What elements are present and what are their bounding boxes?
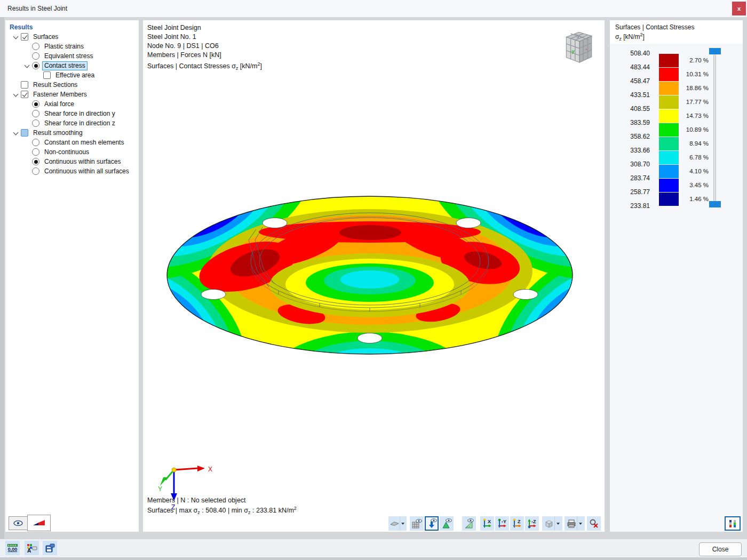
tree-row: Result smoothing: [5, 128, 139, 138]
dropdown-arrow-icon[interactable]: [400, 517, 406, 530]
scale-slider-handle-top[interactable]: [709, 48, 721, 54]
close-icon[interactable]: x: [732, 2, 746, 15]
legend-percent-label: 17.77 %: [679, 99, 709, 105]
tree-control[interactable]: [32, 158, 39, 165]
display-properties-button[interactable]: A: [25, 541, 39, 555]
tree-control[interactable]: [32, 62, 39, 69]
units-settings-button[interactable]: 0,00: [5, 541, 20, 555]
expander-icon[interactable]: [23, 100, 32, 108]
contour-plot: [143, 20, 605, 532]
tree-item-label[interactable]: Fastener Members: [31, 90, 89, 99]
tree-control[interactable]: [32, 119, 39, 127]
legend-percent-label: 6.78 %: [679, 154, 709, 161]
expander-icon[interactable]: [23, 52, 32, 60]
navigation-cube[interactable]: -y -z x: [561, 27, 596, 66]
tree-item-label[interactable]: Plastic strains: [42, 42, 86, 51]
expander-icon[interactable]: [23, 148, 32, 156]
tab-display[interactable]: [9, 516, 28, 530]
save-settings-button[interactable]: [43, 541, 57, 555]
close-button[interactable]: Close: [699, 542, 742, 556]
tree-row: Continuous within all surfaces: [5, 166, 139, 176]
expander-icon[interactable]: [23, 109, 32, 118]
tree-item-label[interactable]: Continuous within all surfaces: [42, 167, 131, 176]
viewport-header-line: Node No. 9 | DS1 | CO6: [147, 42, 262, 51]
dropdown-arrow-icon[interactable]: [554, 517, 561, 530]
deformation-visibility-button[interactable]: [440, 516, 454, 531]
tree-item-label[interactable]: Non-continuous: [42, 148, 91, 157]
tree-item-label[interactable]: Effective area: [53, 71, 97, 80]
expander-icon[interactable]: [12, 33, 21, 41]
tree-item-label[interactable]: Surfaces: [31, 33, 60, 42]
tree-item-label[interactable]: Shear force in direction z: [42, 119, 117, 128]
expander-icon[interactable]: [23, 167, 32, 175]
dialog-titlebar[interactable]: Results in Steel Joint: [0, 0, 747, 17]
tree-control[interactable]: [21, 129, 28, 137]
expander-icon[interactable]: [12, 81, 21, 89]
view-x-button[interactable]: X: [480, 516, 494, 531]
view-minus-z-button[interactable]: -Z: [525, 516, 539, 531]
legend-color-swatch: [659, 150, 679, 164]
view-minus-y-button[interactable]: -Y: [495, 516, 509, 531]
legend-color-scale: 2.70 % 10.31 % 18.86 % 17.77 % 14.73 %: [659, 53, 709, 206]
print-button[interactable]: [565, 516, 585, 531]
legend-color-swatch: [659, 67, 679, 81]
tree-control[interactable]: [21, 33, 28, 41]
tree-control[interactable]: [32, 52, 39, 60]
viewport-header-line: Steel Joint No. 1: [147, 33, 262, 42]
view-z-button[interactable]: Z: [510, 516, 524, 531]
tree-item-label[interactable]: Constant on mesh elements: [42, 138, 126, 147]
display-mode-button[interactable]: [388, 516, 407, 531]
scale-slider-handle-bottom[interactable]: [709, 201, 721, 207]
expander-icon[interactable]: [23, 61, 32, 70]
legend-value-label: 483.44: [610, 60, 650, 74]
legend-value-label: 433.51: [610, 88, 650, 102]
expander-icon[interactable]: [12, 129, 21, 137]
tree-control[interactable]: [32, 110, 39, 117]
color-scale-options-button[interactable]: [725, 516, 741, 531]
legend-percent-label: 10.31 %: [679, 71, 709, 77]
tree-item-label[interactable]: Contact stress: [42, 61, 88, 70]
dimensions-visibility-button[interactable]: [462, 516, 476, 531]
tree-item-label[interactable]: Shear force in direction y: [42, 109, 117, 118]
tree-item-label[interactable]: Result Sections: [31, 81, 80, 90]
tree-control[interactable]: [21, 81, 28, 89]
legend-color-swatch: [659, 123, 679, 137]
legend-color-swatch: [659, 164, 679, 178]
legend-color-swatch: [659, 81, 679, 95]
expander-icon[interactable]: [23, 157, 32, 166]
expander-icon[interactable]: [12, 90, 21, 99]
legend-value-label: 508.40: [610, 46, 650, 60]
tab-color-scale[interactable]: [27, 515, 51, 531]
tree-row: Plastic strains: [5, 42, 139, 51]
tree-control[interactable]: [32, 43, 39, 50]
tree-control[interactable]: [43, 71, 51, 79]
expander-icon[interactable]: [34, 71, 43, 79]
tree-control[interactable]: [32, 148, 39, 156]
tree-control[interactable]: [32, 100, 39, 108]
tree-item-label[interactable]: Axial force: [42, 100, 76, 109]
legend-value-label: 308.70: [610, 157, 650, 171]
tree-control[interactable]: [32, 139, 39, 146]
scale-slider-track[interactable]: [713, 51, 716, 207]
expander-icon[interactable]: [23, 138, 32, 147]
tree-row: Result Sections: [5, 80, 139, 90]
tree-item-label[interactable]: Continuous within surfaces: [42, 157, 123, 166]
tree-item-label[interactable]: Equivalent stress: [42, 52, 95, 61]
set-square-eye-icon: [464, 518, 474, 529]
expander-icon[interactable]: [23, 42, 32, 51]
tree-item-label[interactable]: Result smoothing: [31, 129, 85, 138]
result-values-visibility-button[interactable]: [425, 516, 439, 531]
view-z-icon: Z: [511, 518, 523, 530]
viewport-canvas[interactable]: Steel Joint DesignSteel Joint No. 1Node …: [143, 20, 605, 532]
legend-percent-label: 1.46 %: [679, 196, 709, 202]
tree-control[interactable]: [21, 91, 28, 98]
isometric-view-button[interactable]: [542, 516, 562, 531]
legend-header: Surfaces | Contact Stresses σz [kN/m2]: [610, 20, 743, 44]
zoom-cancel-button[interactable]: [587, 516, 601, 531]
mesh-visibility-button[interactable]: [410, 516, 424, 531]
expander-icon[interactable]: [23, 119, 32, 127]
tree-control[interactable]: [32, 167, 39, 175]
dropdown-arrow-icon[interactable]: [577, 517, 583, 530]
tree-row: Shear force in direction y: [5, 109, 139, 118]
legend-color-swatch: [659, 192, 679, 206]
